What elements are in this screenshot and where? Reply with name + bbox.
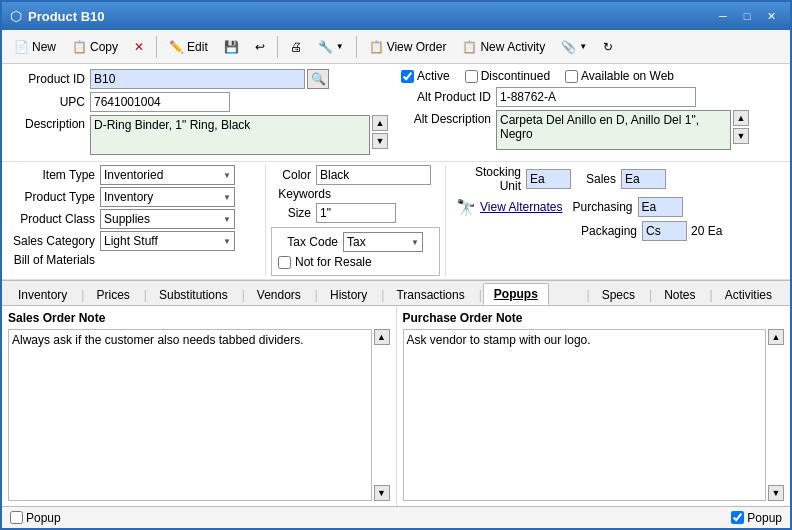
- edit-button[interactable]: ✏️ Edit: [162, 34, 215, 60]
- product-type-label: Product Type: [10, 190, 100, 204]
- delete-icon: ✕: [134, 40, 144, 54]
- content-area: Product ID 🔍 UPC Description ▲: [2, 64, 790, 528]
- undo-icon: ↩: [255, 40, 265, 54]
- sales-order-note-textarea[interactable]: [8, 329, 372, 501]
- product-type-combo[interactable]: Inventory ▼: [100, 187, 235, 207]
- keywords-row: Keywords: [271, 187, 440, 201]
- size-input[interactable]: [316, 203, 396, 223]
- desc-scroll-up[interactable]: ▲: [372, 115, 388, 131]
- sales-note-scroll-down[interactable]: ▼: [374, 485, 390, 501]
- popup-left-checkbox[interactable]: [10, 511, 23, 524]
- window-title: Product B10: [28, 9, 712, 24]
- tab-inventory[interactable]: Inventory: [7, 284, 78, 305]
- purchase-order-note-textarea[interactable]: [403, 329, 767, 501]
- color-size-section: Color Keywords Size Tax Code Tax ▼: [265, 165, 440, 276]
- save-icon: 💾: [224, 40, 239, 54]
- view-alternates-row: 🔭 View Alternates Purchasing: [456, 197, 782, 217]
- purchase-note-scroll-up[interactable]: ▲: [768, 329, 784, 345]
- tab-divider-3: |: [242, 288, 245, 305]
- refresh-button[interactable]: ↻: [596, 34, 620, 60]
- not-for-resale-row: Not for Resale: [278, 255, 433, 269]
- tax-code-combo[interactable]: Tax ▼: [343, 232, 423, 252]
- active-checkbox[interactable]: [401, 70, 414, 83]
- purchase-note-scrollbar: ▲ ▼: [768, 329, 784, 501]
- copy-label: Copy: [90, 40, 118, 54]
- tax-code-value: Tax: [347, 235, 366, 249]
- form-top: Product ID 🔍 UPC Description ▲: [2, 64, 790, 162]
- new-button[interactable]: 📄 New: [7, 34, 63, 60]
- minimize-button[interactable]: ─: [712, 6, 734, 26]
- tab-specs[interactable]: Specs: [591, 284, 646, 305]
- item-type-arrow: ▼: [223, 171, 231, 180]
- color-input[interactable]: [316, 165, 431, 185]
- available-on-web-check-row: Available on Web: [565, 69, 674, 83]
- sales-input[interactable]: [621, 169, 666, 189]
- tools-arrow: ▼: [336, 42, 344, 51]
- alt-description-textarea[interactable]: [496, 110, 731, 150]
- new-activity-button[interactable]: 📋 New Activity: [455, 34, 552, 60]
- tab-history[interactable]: History: [319, 284, 378, 305]
- view-alternates-label[interactable]: View Alternates: [480, 200, 563, 214]
- sales-category-row: Sales Category Light Stuff ▼: [10, 231, 260, 251]
- upc-row: UPC: [10, 92, 391, 112]
- tab-prices[interactable]: Prices: [85, 284, 140, 305]
- alt-desc-scroll-up[interactable]: ▲: [733, 110, 749, 126]
- new-icon: 📄: [14, 40, 29, 54]
- alt-desc-scroll-down[interactable]: ▼: [733, 128, 749, 144]
- packaging-input[interactable]: [642, 221, 687, 241]
- delete-button[interactable]: ✕: [127, 34, 151, 60]
- alt-description-label: Alt Description: [401, 110, 496, 126]
- tab-substitutions[interactable]: Substitutions: [148, 284, 239, 305]
- desc-scroll-down[interactable]: ▼: [372, 133, 388, 149]
- tab-activities[interactable]: Activities: [714, 284, 783, 305]
- discontinued-checkbox[interactable]: [465, 70, 478, 83]
- purchase-order-note-panel: Purchase Order Note ▲ ▼: [397, 306, 791, 506]
- stocking-unit-input[interactable]: [526, 169, 571, 189]
- attach-button[interactable]: 📎 ▼: [554, 34, 594, 60]
- sales-note-scroll-up[interactable]: ▲: [374, 329, 390, 345]
- color-label: Color: [271, 168, 316, 182]
- product-id-label: Product ID: [10, 72, 90, 86]
- tab-transactions[interactable]: Transactions: [385, 284, 475, 305]
- sales-category-label: Sales Category: [10, 234, 100, 248]
- popups-tab-content: Sales Order Note ▲ ▼ Purchase Order Note: [2, 306, 790, 506]
- upc-input[interactable]: [90, 92, 230, 112]
- tab-notes[interactable]: Notes: [653, 284, 706, 305]
- keywords-label: Keywords: [271, 187, 336, 201]
- new-activity-label: New Activity: [480, 40, 545, 54]
- undo-button[interactable]: ↩: [248, 34, 272, 60]
- separator-1: [156, 36, 157, 58]
- separator-3: [356, 36, 357, 58]
- close-button[interactable]: ✕: [760, 6, 782, 26]
- tab-substitutions-label: Substitutions: [159, 288, 228, 302]
- product-id-input[interactable]: [90, 69, 305, 89]
- sales-category-arrow: ▼: [223, 237, 231, 246]
- item-type-combo[interactable]: Inventoried ▼: [100, 165, 235, 185]
- available-on-web-checkbox[interactable]: [565, 70, 578, 83]
- copy-button[interactable]: 📋 Copy: [65, 34, 125, 60]
- tab-vendors[interactable]: Vendors: [246, 284, 312, 305]
- product-class-label: Product Class: [10, 212, 100, 226]
- print-icon: 🖨: [290, 40, 302, 54]
- sales-category-value: Light Stuff: [104, 234, 158, 248]
- print-button[interactable]: 🖨: [283, 34, 309, 60]
- product-class-combo[interactable]: Supplies ▼: [100, 209, 235, 229]
- purchasing-input[interactable]: [638, 197, 683, 217]
- window-controls: ─ □ ✕: [712, 6, 782, 26]
- separator-2: [277, 36, 278, 58]
- tab-transactions-label: Transactions: [396, 288, 464, 302]
- maximize-button[interactable]: □: [736, 6, 758, 26]
- product-id-search-button[interactable]: 🔍: [307, 69, 329, 89]
- view-order-button[interactable]: 📋 View Order: [362, 34, 454, 60]
- main-window: ⬡ Product B10 ─ □ ✕ 📄 New 📋 Copy ✕ ✏️ Ed…: [0, 0, 792, 530]
- tab-popups[interactable]: Popups: [483, 283, 549, 305]
- save-button[interactable]: 💾: [217, 34, 246, 60]
- purchase-note-scroll-down[interactable]: ▼: [768, 485, 784, 501]
- description-textarea[interactable]: [90, 115, 370, 155]
- item-type-row: Item Type Inventoried ▼: [10, 165, 260, 185]
- tools-button[interactable]: 🔧 ▼: [311, 34, 351, 60]
- alt-product-id-input[interactable]: [496, 87, 696, 107]
- popup-right-checkbox[interactable]: [731, 511, 744, 524]
- sales-category-combo[interactable]: Light Stuff ▼: [100, 231, 235, 251]
- not-for-resale-checkbox[interactable]: [278, 256, 291, 269]
